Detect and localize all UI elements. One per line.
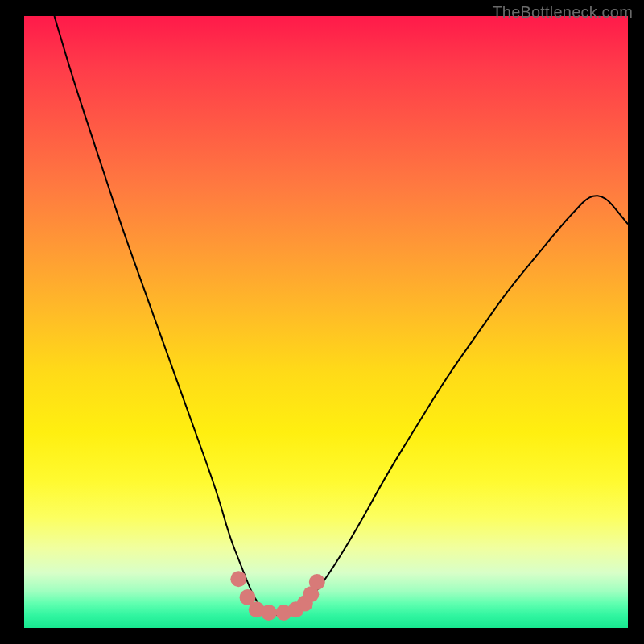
bottleneck-curve-path (55, 16, 629, 616)
optimal-marker (230, 571, 246, 587)
optimal-zone-markers (230, 571, 325, 621)
bottleneck-chart-svg (24, 16, 628, 628)
watermark-text: TheBottleneck.com (492, 3, 633, 22)
optimal-marker (261, 605, 277, 621)
chart-plot-area (24, 16, 628, 628)
optimal-marker (309, 574, 325, 590)
